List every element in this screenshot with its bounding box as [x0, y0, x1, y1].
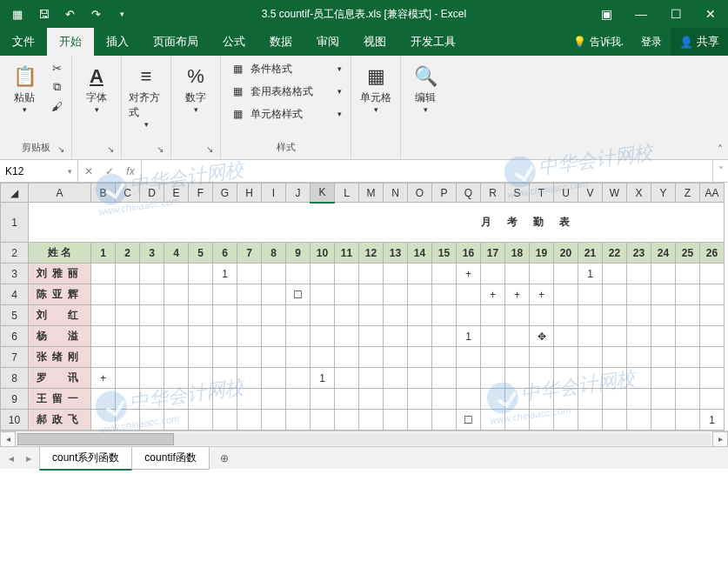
attendance-cell[interactable] [262, 305, 286, 326]
editing-button[interactable]: 🔍编辑▾ [406, 59, 444, 117]
row-header[interactable]: 8 [1, 368, 29, 389]
attendance-cell[interactable] [651, 326, 676, 347]
sheet-tab-count[interactable]: count系列函数 [39, 446, 132, 471]
attendance-cell[interactable] [676, 264, 700, 284]
attendance-cell[interactable] [408, 305, 432, 326]
attendance-cell[interactable] [237, 389, 262, 410]
sheet-tab-countif[interactable]: countif函数 [131, 446, 209, 470]
col-header[interactable]: G [213, 184, 237, 203]
employee-name[interactable]: 罗 讯 [29, 368, 91, 389]
attendance-cell[interactable] [91, 410, 116, 431]
attendance-cell[interactable] [676, 326, 700, 347]
attendance-cell[interactable] [700, 305, 725, 326]
cell-styles-button[interactable]: ▦单元格样式▾ [226, 104, 345, 124]
employee-name[interactable]: 刘雅丽 [29, 264, 91, 284]
attendance-cell[interactable] [457, 305, 481, 326]
attendance-cell[interactable] [700, 347, 725, 368]
col-header[interactable]: K [311, 184, 335, 203]
close-icon[interactable]: ✕ [693, 0, 728, 28]
attendance-cell[interactable] [213, 347, 237, 368]
share-button[interactable]: 👤共享 [671, 28, 728, 56]
attendance-cell[interactable] [481, 368, 505, 389]
attendance-cell[interactable] [554, 410, 578, 431]
attendance-cell[interactable] [262, 264, 286, 284]
cells-button[interactable]: ▦单元格▾ [357, 59, 395, 117]
col-header[interactable]: A [29, 184, 91, 203]
attendance-cell[interactable] [505, 264, 530, 284]
tab-file[interactable]: 文件 [0, 28, 47, 56]
attendance-cell[interactable] [140, 264, 164, 284]
attendance-cell[interactable] [603, 284, 627, 305]
attendance-cell[interactable] [408, 347, 432, 368]
attendance-cell[interactable] [335, 410, 359, 431]
header-name[interactable]: 姓 名 [29, 243, 91, 264]
attendance-cell[interactable] [505, 347, 530, 368]
scroll-right-icon[interactable]: ▸ [712, 431, 728, 447]
attendance-cell[interactable] [140, 305, 164, 326]
tab-insert[interactable]: 插入 [94, 28, 141, 56]
attendance-cell[interactable] [237, 347, 262, 368]
attendance-cell[interactable] [651, 347, 676, 368]
attendance-cell[interactable] [213, 368, 237, 389]
tab-layout[interactable]: 页面布局 [141, 28, 210, 56]
attendance-cell[interactable] [651, 368, 676, 389]
attendance-cell[interactable] [578, 389, 603, 410]
attendance-cell[interactable]: + [505, 284, 530, 305]
attendance-cell[interactable] [116, 284, 140, 305]
attendance-cell[interactable] [311, 389, 335, 410]
col-header[interactable]: U [554, 184, 578, 203]
attendance-cell[interactable] [627, 284, 651, 305]
attendance-cell[interactable] [237, 305, 262, 326]
attendance-cell[interactable] [554, 389, 578, 410]
attendance-cell[interactable] [505, 326, 530, 347]
conditional-format-button[interactable]: ▦条件格式▾ [226, 59, 345, 78]
attendance-cell[interactable] [286, 389, 311, 410]
attendance-cell[interactable] [164, 326, 189, 347]
attendance-cell[interactable] [286, 368, 311, 389]
select-all-corner[interactable]: ◢ [1, 184, 29, 203]
employee-name[interactable]: 陈亚辉 [29, 284, 91, 305]
attendance-cell[interactable] [140, 284, 164, 305]
attendance-cell[interactable] [164, 410, 189, 431]
col-header[interactable]: S [505, 184, 530, 203]
attendance-cell[interactable] [91, 264, 116, 284]
col-header[interactable]: M [359, 184, 384, 203]
tab-review[interactable]: 审阅 [304, 28, 351, 56]
header-day[interactable]: 6 [213, 243, 237, 264]
attendance-cell[interactable] [189, 326, 213, 347]
spreadsheet-grid[interactable]: ◢ABCDEFGHIJKLMNOPQRSTUVWXYZAA1月考勤表2姓 名12… [0, 183, 728, 431]
attendance-cell[interactable] [457, 284, 481, 305]
attendance-cell[interactable] [91, 305, 116, 326]
attendance-cell[interactable] [335, 284, 359, 305]
attendance-cell[interactable] [408, 389, 432, 410]
attendance-cell[interactable] [164, 305, 189, 326]
horizontal-scrollbar[interactable]: ◂ ▸ [0, 431, 728, 446]
attendance-cell[interactable] [286, 305, 311, 326]
format-painter-icon[interactable]: 🖌 [47, 97, 66, 115]
header-day[interactable]: 5 [189, 243, 213, 264]
header-day[interactable]: 22 [603, 243, 627, 264]
attendance-cell[interactable] [335, 326, 359, 347]
dialog-launcher-icon[interactable]: ↘ [107, 144, 114, 154]
attendance-cell[interactable] [384, 347, 408, 368]
attendance-cell[interactable]: 1 [311, 368, 335, 389]
col-header[interactable]: X [627, 184, 651, 203]
attendance-cell[interactable] [432, 284, 457, 305]
attendance-cell[interactable] [140, 368, 164, 389]
header-day[interactable]: 13 [384, 243, 408, 264]
col-header[interactable]: H [237, 184, 262, 203]
qat-dropdown-icon[interactable]: ▾ [111, 3, 132, 24]
attendance-cell[interactable] [554, 284, 578, 305]
attendance-cell[interactable] [676, 305, 700, 326]
header-day[interactable]: 10 [311, 243, 335, 264]
attendance-cell[interactable] [359, 284, 384, 305]
attendance-cell[interactable] [262, 326, 286, 347]
attendance-cell[interactable] [457, 368, 481, 389]
attendance-cell[interactable] [384, 264, 408, 284]
col-header[interactable]: W [603, 184, 627, 203]
attendance-cell[interactable] [408, 410, 432, 431]
col-header[interactable]: R [481, 184, 505, 203]
attendance-cell[interactable] [530, 264, 554, 284]
attendance-cell[interactable] [91, 284, 116, 305]
attendance-cell[interactable] [213, 389, 237, 410]
